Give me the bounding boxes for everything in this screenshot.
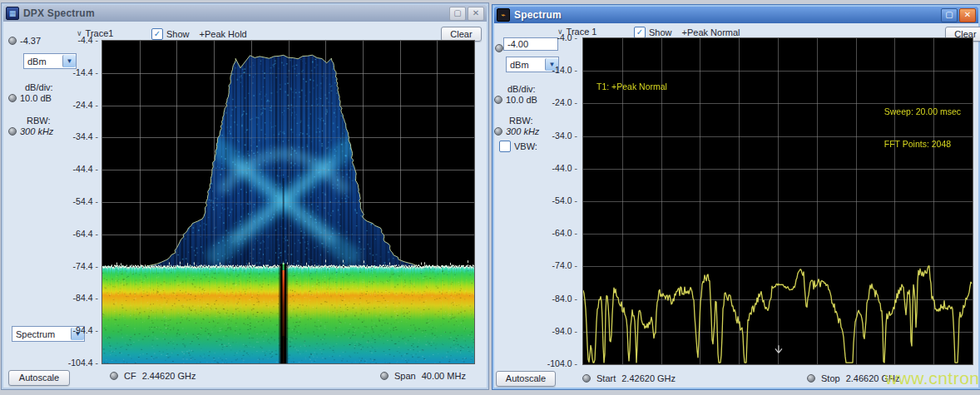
sweep-text: Sweep: 20.00 msec	[884, 106, 961, 117]
ref-level-value: -4.37	[20, 36, 41, 46]
rbw-group: 300 kHz	[8, 126, 53, 136]
autoscale-button[interactable]: Autoscale	[8, 370, 70, 386]
cf-value: 2.44620 GHz	[142, 371, 196, 381]
y-tick-label: -24.4	[73, 100, 98, 110]
show-checkbox-group: ✓ Show +Peak Hold	[151, 28, 247, 40]
dpx-y-axis: -4.4-14.4-24.4-34.4-44.4-54.4-64.4-74.4-…	[50, 40, 98, 363]
knob-icon[interactable]	[8, 94, 17, 102]
y-tick-label: -14.4	[73, 67, 98, 77]
watermark: www.cntronics.com	[885, 368, 980, 388]
y-tick-label: -84.4	[73, 293, 98, 303]
close-button[interactable]: ✕	[468, 7, 484, 21]
start-value: 2.42620 GHz	[621, 373, 676, 383]
y-tick-label: -54.4	[73, 196, 98, 206]
y-tick-label: -14.0	[552, 65, 577, 75]
maximize-button[interactable]: ▢	[941, 8, 958, 22]
show-checkbox[interactable]: ✓	[151, 28, 163, 40]
start-readout: Start 2.42620 GHz	[582, 373, 676, 383]
spectrum-titlebar[interactable]: ⌁ Spectrum ▢ ✕	[494, 7, 978, 23]
dpx-display[interactable]	[102, 41, 474, 363]
stop-label: Stop	[821, 373, 840, 383]
rbw-value: 300 kHz	[20, 126, 53, 136]
db-div-value: 10.0 dB	[20, 93, 52, 103]
dpx-titlebar[interactable]: ▦ DPX Spectrum ▢ ✕	[3, 5, 487, 22]
y-tick-label: -34.0	[552, 131, 577, 141]
start-label: Start	[596, 373, 616, 383]
close-button[interactable]: ✕	[959, 8, 976, 22]
window-title: Spectrum	[514, 9, 562, 21]
vbw-checkbox[interactable]: ✓	[499, 141, 511, 152]
knob-icon[interactable]	[494, 127, 502, 136]
y-tick-label: -34.4	[73, 131, 98, 141]
ref-level-group: -4.37	[8, 36, 41, 46]
knob-icon[interactable]	[8, 37, 17, 45]
sweep-annotation: Sweep: 20.00 msec FFT Points: 2048	[884, 85, 961, 171]
show-checkbox[interactable]: ✓	[634, 27, 646, 38]
span-label: Span	[394, 371, 416, 381]
y-tick-label: -104.4	[68, 358, 98, 368]
desktop: ▦ DPX Spectrum ▢ ✕ ∨ Trace1 ✓ Show +Peak…	[0, 0, 980, 395]
dpx-spectrum-window: ▦ DPX Spectrum ▢ ✕ ∨ Trace1 ✓ Show +Peak…	[1, 2, 489, 390]
spectrum-window-icon: ⌁	[497, 8, 510, 22]
dpx-window-icon: ▦	[6, 7, 19, 20]
detector-label: +Peak Hold	[200, 29, 247, 39]
spectrum-window: ⌁ Spectrum ▢ ✕ ∨ Trace 1 ✓ Show +Peak No…	[492, 4, 980, 390]
fft-points-text: FFT Points: 2048	[884, 139, 961, 150]
show-checkbox-group: ✓ Show +Peak Normal	[634, 27, 740, 38]
knob-icon[interactable]	[110, 372, 118, 380]
knob-icon[interactable]	[807, 374, 815, 383]
y-tick-label: -24.0	[552, 97, 577, 107]
y-tick-label: -74.4	[73, 261, 98, 271]
span-readout: Span 40.00 MHz	[380, 371, 466, 381]
dpx-plot-area[interactable]	[101, 40, 475, 364]
span-value: 40.00 MHz	[422, 371, 466, 381]
y-tick-label: -4.0	[557, 32, 577, 42]
y-tick-label: -54.0	[552, 195, 577, 205]
window-title: DPX Spectrum	[23, 7, 95, 19]
db-div-group: 10.0 dB	[8, 93, 52, 103]
show-label: Show	[649, 27, 672, 37]
y-tick-label: -74.0	[552, 260, 577, 270]
knob-icon[interactable]	[582, 374, 591, 383]
db-div-label: dB/div:	[25, 82, 53, 92]
y-tick-label: -64.4	[73, 229, 98, 239]
y-tick-label: -104.0	[547, 358, 577, 368]
spectrum-plot-area[interactable]: T1: +Peak Normal Sweep: 20.00 msec FFT P…	[582, 37, 973, 365]
rbw-label: RBW:	[27, 116, 51, 126]
detector-label: +Peak Normal	[682, 27, 740, 37]
maximize-button[interactable]: ▢	[449, 7, 466, 21]
spectrum-y-axis: -4.0-14.0-24.0-34.0-44.0-54.0-64.0-74.0-…	[527, 37, 577, 363]
knob-icon[interactable]	[380, 372, 389, 380]
knob-icon[interactable]	[495, 44, 503, 52]
y-tick-label: -44.0	[552, 163, 577, 173]
trace-annotation: T1: +Peak Normal	[596, 81, 667, 92]
y-tick-label: -84.0	[552, 294, 577, 304]
y-tick-label: -4.4	[77, 35, 98, 45]
cf-label: CF	[124, 371, 136, 381]
y-tick-label: -94.4	[73, 325, 98, 335]
cf-readout: CF 2.44620 GHz	[110, 371, 196, 381]
y-tick-label: -44.4	[73, 164, 98, 174]
autoscale-button[interactable]: Autoscale	[496, 371, 556, 387]
y-tick-label: -64.0	[552, 228, 577, 238]
knob-icon[interactable]	[8, 127, 17, 136]
knob-icon[interactable]	[494, 96, 502, 104]
show-label: Show	[166, 29, 190, 39]
y-tick-label: -94.0	[552, 326, 577, 336]
